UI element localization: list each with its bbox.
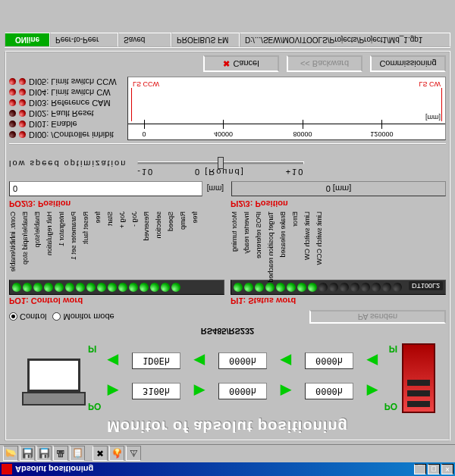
pi1-led — [265, 283, 275, 292]
po1-led[interactable] — [140, 283, 149, 292]
po1-led[interactable] — [12, 283, 21, 292]
po-label-left: PO — [88, 401, 101, 412]
pi23-position-value: 0 [mm] — [231, 181, 446, 196]
di-row: DI01: Enable — [9, 119, 123, 130]
commissioning-button[interactable]: Commissioning — [370, 55, 446, 72]
save-icon[interactable]: 💾 — [20, 446, 35, 462]
optimization-slider[interactable]: -10 0 [Round] +10 — [137, 151, 304, 177]
pi1-led — [340, 283, 349, 292]
po1-led[interactable] — [33, 283, 42, 292]
bit-label: Error — [291, 211, 302, 278]
po1-led[interactable] — [118, 283, 127, 292]
warning-icon[interactable]: ⚠ — [126, 446, 141, 462]
po1-led[interactable] — [55, 283, 64, 292]
title-bar: Absolut positioning _ □ × — [0, 462, 455, 476]
bus-label: RS485/RS232 — [9, 327, 446, 336]
di-led — [9, 111, 16, 117]
status-saved: Saved — [118, 33, 171, 47]
po23-header: PO2/3: Position — [9, 199, 224, 208]
pi1-section: PI1: Status word DT100L2 Motor turningIn… — [231, 211, 446, 308]
po23-position-input[interactable]: 0 — [9, 181, 202, 196]
bit-label: Jog + — [118, 211, 129, 278]
pi1-led — [308, 283, 317, 292]
po1-led[interactable] — [76, 283, 85, 292]
po1-led[interactable] — [129, 283, 138, 292]
po1-led[interactable] — [44, 283, 53, 292]
pi1-led — [329, 283, 338, 292]
copy-icon[interactable]: 📋 — [70, 446, 85, 462]
po1-led[interactable] — [161, 283, 170, 292]
di-row: DI05: Limit switch CCW — [9, 77, 123, 87]
minimize-button[interactable]: _ — [414, 464, 426, 474]
pi1-led — [297, 283, 306, 292]
di-led — [19, 111, 26, 117]
pi-pd3: 0000h — [305, 352, 353, 369]
po1-led[interactable] — [150, 283, 159, 292]
bit-label: Start — [106, 211, 117, 278]
optimization-label: low speed optimization — [9, 159, 127, 168]
bit-label: Motor turning — [231, 211, 241, 278]
bit-label: Limit switch CCW — [315, 211, 326, 278]
pi23-header: PI2/3: Position — [231, 199, 446, 208]
di-led — [9, 100, 16, 107]
pi1-led — [372, 283, 381, 292]
bit-label: Contr. inhibit/enable — [9, 211, 20, 278]
pa-senden-button[interactable]: PA senden — [309, 310, 446, 324]
pi1-led — [318, 283, 328, 292]
arrow-icon: ◀ — [367, 352, 378, 369]
di-row: DI02: Fault Reset — [9, 108, 123, 119]
digital-inputs: DI00: /Controller inhibitDI01: EnableDI0… — [9, 77, 123, 140]
open-icon[interactable]: 📂 — [3, 446, 18, 462]
di-led — [9, 79, 16, 86]
bit-label: Halt regulation — [46, 211, 56, 278]
close-button[interactable]: × — [441, 464, 453, 474]
po1-led[interactable] — [23, 283, 32, 292]
di-label: DI01: Enable — [29, 120, 77, 129]
bit-label: Speed — [167, 211, 177, 278]
di-led — [9, 89, 16, 96]
backward-button[interactable]: << Backward — [287, 55, 362, 72]
pc-icon — [20, 359, 88, 407]
di-led — [9, 132, 16, 139]
di-led — [19, 79, 26, 86]
radio-monitor-mode[interactable]: Monitor mode — [52, 312, 114, 322]
po1-section: PO1: Control word Contr. inhibit/enableE… — [9, 211, 224, 308]
print-icon[interactable]: 🖶 — [53, 446, 68, 462]
po1-led[interactable] — [86, 283, 96, 292]
cancel-button[interactable]: ✖Cancel — [203, 55, 279, 72]
po1-led-strip — [9, 280, 224, 295]
arrow-icon: ▶ — [367, 383, 378, 399]
save-as-icon[interactable]: 💾 — [36, 446, 52, 462]
ls-cw-marker: LS CW — [419, 80, 441, 88]
pi-label-right: PI — [389, 343, 397, 354]
po1-led[interactable] — [171, 283, 180, 292]
po1-led[interactable] — [65, 283, 74, 292]
po1-led[interactable] — [108, 283, 117, 292]
bit-label: Reset fault — [82, 211, 93, 278]
pi1-header: PI1: Status word — [231, 296, 446, 305]
pi1-led — [350, 283, 359, 292]
po1-led[interactable] — [97, 283, 106, 292]
pi1-led — [361, 283, 370, 292]
drive-icon — [402, 343, 435, 413]
ls-ccw-marker: LS CCW — [133, 80, 159, 88]
di-led — [19, 89, 26, 96]
bit-label: Integrator 1 — [58, 211, 68, 278]
po23-unit: [mm] — [207, 185, 224, 193]
po-pd3: 0000h — [305, 383, 353, 399]
pi-pd1: 1D0Eh — [132, 352, 180, 369]
arrow-icon: ◀ — [194, 352, 205, 369]
tick-label: 0 — [142, 130, 146, 138]
status-online: ONline — [5, 33, 50, 47]
bit-label: Inverter ready — [243, 211, 253, 278]
status-path: D:/.../SEW/MOVITOOLS/Projects/Project1/M… — [240, 33, 450, 47]
maximize-button[interactable]: □ — [428, 464, 440, 474]
bit-label: Limit switch CW — [303, 211, 314, 278]
arrow-icon: ◀ — [108, 352, 118, 369]
bit-label: Jog - — [130, 211, 141, 278]
fire-icon[interactable]: 🔥 — [109, 446, 124, 462]
di-led — [19, 121, 26, 128]
pi1-led — [244, 283, 253, 292]
disable-icon[interactable]: ✖ — [93, 446, 108, 462]
radio-control[interactable]: Control — [9, 312, 46, 322]
